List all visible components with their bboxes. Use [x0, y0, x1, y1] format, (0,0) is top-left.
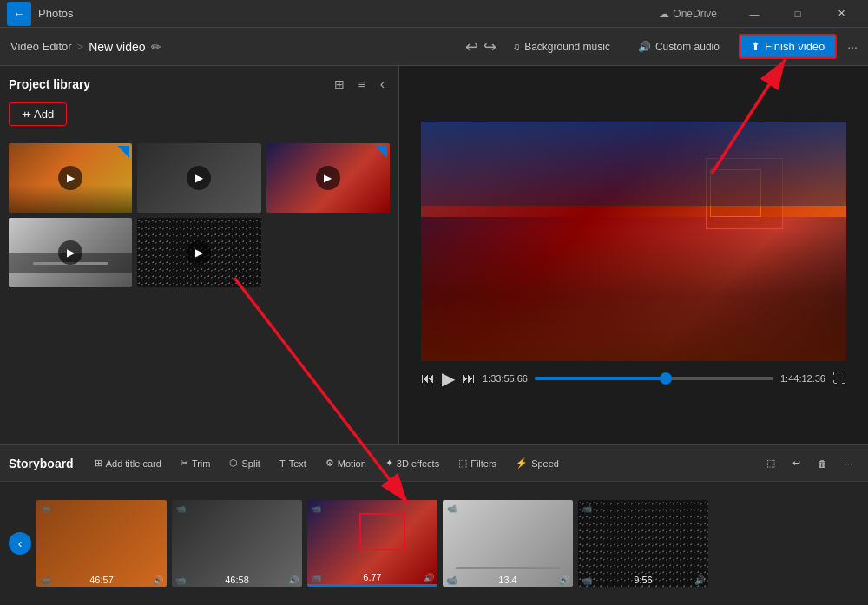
text-icon: T: [279, 458, 286, 469]
clip-video-icon: 📹: [311, 573, 321, 582]
background-music-button[interactable]: ♫ Background music: [503, 36, 619, 57]
storyboard-nav-button[interactable]: ‹: [9, 532, 31, 555]
video-controls: ⏮ ▶ ⏭ 1:33:55.66 1:44:12.36 ⛶: [421, 368, 846, 389]
list-view-button[interactable]: ≡: [354, 76, 370, 93]
toolbar: Video Editor > New video ✏ ↩ ↪ ♫ Backgro…: [0, 28, 868, 66]
motion-button[interactable]: ⚙ Motion: [319, 455, 373, 471]
undo-button[interactable]: ↩: [465, 37, 478, 56]
breadcrumb-parent: Video Editor: [10, 40, 72, 53]
add-title-card-button[interactable]: ⊞ Add title card: [88, 455, 168, 471]
onedrive-label: OneDrive: [673, 8, 717, 20]
storyboard-header: Storyboard ⊞ Add title card ✂ Trim ⬡ Spl…: [0, 445, 868, 482]
close-button[interactable]: ✕: [821, 0, 861, 28]
more-options-button[interactable]: ···: [847, 40, 858, 54]
preview-area: ⏮ ▶ ⏭ 1:33:55.66 1:44:12.36 ⛶: [399, 66, 868, 444]
rewind-button[interactable]: ⏮: [421, 371, 435, 386]
clip-video-icon: 📹: [582, 575, 592, 585]
collapse-button[interactable]: ‹: [375, 75, 390, 94]
clip-video-icon: 📹: [446, 575, 457, 585]
progress-fill: [535, 377, 666, 380]
redo-button[interactable]: ↪: [483, 37, 496, 56]
motion-icon: ⚙: [326, 457, 334, 469]
clip-volume-icon: 🔊: [288, 575, 299, 585]
finish-video-button[interactable]: ⬆ Finish video: [739, 34, 837, 59]
storyboard-clip[interactable]: 📹 9:56 🔊 📹: [578, 500, 708, 587]
add-button[interactable]: + + Add: [9, 102, 67, 126]
clip-duration: 6.77: [363, 572, 381, 582]
split-button[interactable]: ⬡ Split: [222, 455, 266, 471]
storyboard-title: Storyboard: [9, 457, 74, 470]
storyboard-more-button[interactable]: ···: [838, 456, 859, 471]
library-thumbnail[interactable]: ▶: [9, 218, 132, 287]
breadcrumb: Video Editor > New video ✏: [10, 40, 458, 54]
trim-icon: ✂: [181, 457, 188, 469]
library-thumbnail[interactable]: ▶: [137, 143, 260, 213]
play-button[interactable]: ▶: [187, 166, 211, 190]
breadcrumb-current: New video: [89, 40, 145, 54]
library-thumbnail[interactable]: ▶: [137, 218, 260, 287]
fast-forward-button[interactable]: ⏭: [462, 371, 476, 386]
add-title-card-icon: ⊞: [95, 457, 102, 469]
video-preview: [421, 122, 846, 361]
filters-icon: ⬚: [458, 457, 467, 469]
play-button[interactable]: ▶: [316, 166, 340, 190]
text-button[interactable]: T Text: [273, 456, 313, 471]
storyboard: Storyboard ⊞ Add title card ✂ Trim ⬡ Spl…: [0, 444, 868, 605]
library-grid: ▶ ▶ ▶ ▶: [9, 143, 390, 287]
edit-title-icon[interactable]: ✏: [151, 40, 161, 54]
selected-corner-indicator: [375, 146, 387, 158]
expand-button[interactable]: ⛶: [832, 371, 846, 386]
back-icon: ←: [13, 7, 25, 21]
maximize-button[interactable]: □: [778, 0, 818, 28]
play-button[interactable]: ▶: [58, 166, 82, 190]
progress-bar[interactable]: [535, 377, 773, 380]
3d-effects-icon: ✦: [385, 457, 393, 469]
clip-video-icon: 📹: [40, 575, 50, 585]
play-button[interactable]: ▶: [442, 368, 455, 389]
selected-corner-indicator: [117, 146, 129, 158]
clip-duration: 13.4: [498, 575, 516, 585]
current-time: 1:33:55.66: [483, 373, 528, 384]
project-library: Project library ⊞ ≡ ‹ + + Add ▶: [0, 66, 399, 444]
clip-volume-icon: 🔊: [424, 573, 434, 582]
clip-duration: 9:56: [634, 575, 652, 585]
total-time: 1:44:12.36: [780, 373, 825, 384]
clip-duration: 46:57: [89, 575, 114, 585]
library-thumbnail[interactable]: ▶: [266, 143, 390, 213]
onedrive-icon: ☁: [659, 8, 669, 20]
custom-audio-button[interactable]: 🔊 Custom audio: [629, 36, 728, 57]
storyboard-clip-active[interactable]: 📹 6.77 🔊 📹: [307, 500, 437, 587]
storyboard-clip[interactable]: 📹 13.4 🔊 📹: [443, 500, 573, 587]
clip-video-icon: 📹: [175, 575, 186, 585]
grid-view-button[interactable]: ⊞: [330, 76, 349, 93]
speed-button[interactable]: ⚡ Speed: [509, 455, 566, 471]
split-icon: ⬡: [229, 457, 238, 469]
clip-duration: 46:58: [225, 575, 249, 585]
library-title: Project library: [9, 77, 90, 91]
title-bar: ← Photos ☁ OneDrive — □ ✕: [0, 0, 868, 28]
audio-icon: 🔊: [638, 41, 651, 53]
storyboard-layout-button[interactable]: ⬚: [760, 455, 782, 471]
clip-volume-icon: 🔊: [694, 575, 705, 585]
trim-button[interactable]: ✂ Trim: [174, 455, 218, 471]
music-icon: ♫: [512, 41, 520, 53]
storyboard-clip[interactable]: 📹 46:57 🔊 📹: [36, 500, 167, 587]
library-thumbnail[interactable]: ▶: [9, 143, 132, 213]
storyboard-clip[interactable]: 📹 46:58 🔊 📹: [172, 500, 302, 587]
onedrive-area: ☁ OneDrive: [659, 8, 717, 20]
storyboard-undo-button[interactable]: ↩: [786, 455, 807, 471]
app-back-button[interactable]: ←: [7, 2, 31, 26]
play-button[interactable]: ▶: [187, 240, 211, 265]
clip-volume-icon: 🔊: [153, 575, 163, 585]
delete-clip-button[interactable]: 🗑: [811, 456, 834, 471]
filters-button[interactable]: ⬚ Filters: [451, 455, 503, 471]
minimize-button[interactable]: —: [734, 0, 774, 28]
app-title: Photos: [38, 7, 73, 20]
play-button[interactable]: ▶: [58, 240, 82, 265]
3d-effects-button[interactable]: ✦ 3D effects: [378, 455, 446, 471]
storyboard-content: ‹ 📹 46:57 🔊 📹 📹 46:58 🔊 📹: [0, 482, 868, 605]
progress-thumb[interactable]: [660, 372, 672, 385]
export-icon: ⬆: [751, 40, 760, 53]
clip-volume-icon: 🔊: [559, 575, 569, 585]
speed-icon: ⚡: [516, 457, 528, 469]
